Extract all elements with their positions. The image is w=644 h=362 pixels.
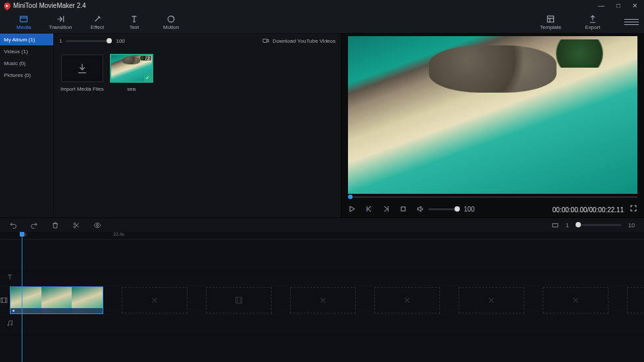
timeline: 0s 22.4s (0, 232, 644, 362)
undo-button[interactable] (9, 221, 17, 229)
volume-icon[interactable] (416, 205, 424, 213)
empty-slot[interactable] (206, 287, 272, 313)
delete-button[interactable] (51, 221, 59, 229)
preview-toggle-button[interactable] (93, 221, 101, 229)
minimize-button[interactable]: — (595, 2, 607, 9)
menu-button[interactable] (624, 19, 639, 25)
ruler-tick-1: 22.4s (113, 232, 124, 237)
export-label: Export (585, 24, 600, 30)
volume-value: 100 (464, 206, 475, 213)
preview-viewport (348, 36, 637, 194)
svg-rect-0 (20, 16, 28, 21)
sidebar-pictures-label: Pictures (4, 72, 23, 78)
tab-transition[interactable]: Transition (42, 12, 79, 33)
transition-slot[interactable] (122, 287, 187, 313)
fullscreen-button[interactable] (630, 204, 637, 212)
template-icon (546, 14, 555, 24)
titlebar: MiniTool MovieMaker 2.4 — □ ✕ (0, 0, 644, 11)
timeline-ruler[interactable]: 0s 22.4s (0, 232, 644, 240)
timeline-clip-sea[interactable] (10, 286, 103, 314)
video-track[interactable] (0, 286, 644, 315)
tab-motion[interactable]: Motion (153, 12, 189, 33)
transition-slot[interactable] (374, 287, 440, 313)
export-button[interactable]: Export (574, 12, 611, 33)
transition-slot-icon (150, 296, 159, 305)
maximize-button[interactable]: □ (614, 2, 623, 9)
preview-scrubber[interactable] (348, 194, 637, 200)
transition-slot-icon (571, 296, 580, 305)
stop-button[interactable] (399, 205, 407, 213)
media-icon (19, 14, 28, 24)
svg-point-11 (8, 325, 9, 326)
volume-slider[interactable] (428, 208, 460, 210)
tab-text[interactable]: Text (116, 12, 153, 33)
svg-rect-10 (235, 297, 241, 303)
media-pane: 1 100 Download YouTube Videos Import Med… (53, 34, 341, 217)
clip-audio-bar (11, 308, 103, 313)
sidebar-pictures-count: (0) (24, 72, 31, 78)
playhead[interactable] (22, 232, 22, 362)
sidebar-myalbum-count: (1) (28, 37, 35, 43)
preview-pane: 100 00:00:00.00/00:00:22.11 (341, 34, 644, 217)
svg-rect-8 (553, 223, 558, 227)
transition-icon (56, 14, 65, 24)
svg-rect-2 (547, 16, 553, 22)
sidebar-music-label: Music (4, 60, 18, 66)
audio-track[interactable] (0, 315, 644, 332)
text-track-icon (6, 273, 14, 281)
clip-audio-icon (12, 309, 16, 313)
transition-slot[interactable] (458, 287, 524, 313)
transition-slot-icon (487, 296, 496, 305)
text-track-header (0, 269, 20, 285)
effect-icon (93, 14, 102, 24)
sidebar-item-myalbum[interactable]: My Album (1) (0, 34, 53, 45)
app-title: MiniTool MovieMaker 2.4 (13, 2, 86, 9)
tab-media-label: Media (16, 24, 31, 30)
download-youtube-button[interactable]: Download YouTube Videos (262, 37, 335, 44)
split-button[interactable] (72, 221, 80, 229)
main-toolbar: Media Transition Effect Text Motion Temp… (0, 11, 644, 34)
download-youtube-label: Download YouTube Videos (272, 38, 335, 44)
text-track[interactable] (0, 269, 644, 286)
media-thumb-sea[interactable]: 22 ✓ (111, 55, 153, 82)
prev-frame-button[interactable] (365, 205, 373, 213)
svg-rect-9 (1, 298, 7, 302)
spacer-row (0, 240, 644, 269)
import-icon (76, 62, 88, 74)
transition-slot-icon (318, 296, 328, 305)
sidebar-item-music[interactable]: Music (0) (0, 57, 53, 69)
zoom-value: 1 (566, 222, 569, 229)
transition-slot[interactable] (543, 287, 608, 313)
tab-transition-label: Transition (49, 24, 72, 30)
zoom-slider[interactable] (576, 224, 622, 226)
check-icon: ✓ (144, 74, 152, 81)
time-current: 00:00:00.00 (553, 206, 587, 214)
media-thumb-duration: 22 (143, 56, 151, 60)
svg-point-12 (11, 324, 12, 325)
tab-effect[interactable]: Effect (79, 12, 116, 33)
tab-effect-label: Effect (91, 24, 104, 30)
video-track-header (0, 286, 8, 314)
app-logo (3, 1, 12, 10)
audio-track-header (0, 315, 20, 331)
close-button[interactable]: ✕ (630, 2, 640, 9)
play-button[interactable] (348, 205, 356, 213)
tab-text-label: Text (130, 24, 139, 30)
transition-slot[interactable] (627, 287, 644, 313)
sidebar-item-videos[interactable]: Videos (1) (0, 45, 53, 57)
music-track-icon (6, 319, 14, 327)
fit-timeline-button[interactable] (551, 221, 559, 229)
sidebar-videos-label: Videos (4, 49, 20, 55)
transition-slot[interactable] (290, 287, 356, 313)
sidebar-music-count: (0) (19, 60, 26, 66)
svg-point-7 (97, 224, 99, 226)
tab-media[interactable]: Media (5, 12, 42, 33)
text-icon (130, 14, 139, 24)
thumb-size-slider[interactable] (66, 40, 112, 42)
import-media-button[interactable] (61, 55, 103, 82)
next-frame-button[interactable] (382, 205, 390, 213)
film-icon (234, 296, 243, 305)
redo-button[interactable] (30, 221, 38, 229)
sidebar-item-pictures[interactable]: Pictures (0) (0, 69, 53, 81)
tab-template[interactable]: Template (532, 12, 569, 33)
